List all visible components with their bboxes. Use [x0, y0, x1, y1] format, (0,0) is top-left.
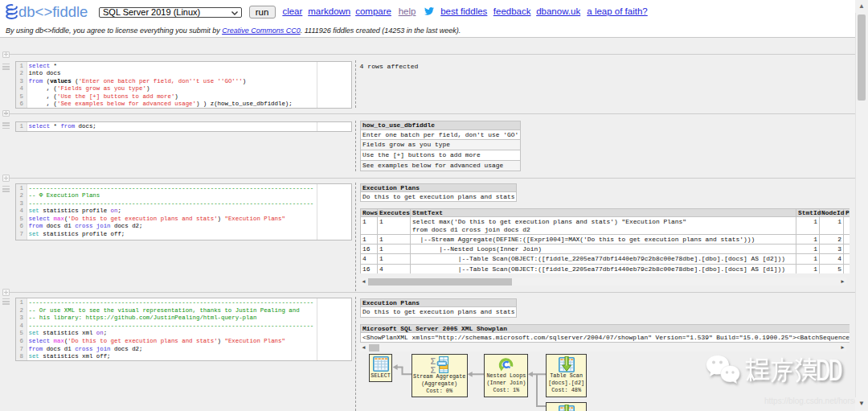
svg-text:Σ: Σ [431, 365, 436, 374]
